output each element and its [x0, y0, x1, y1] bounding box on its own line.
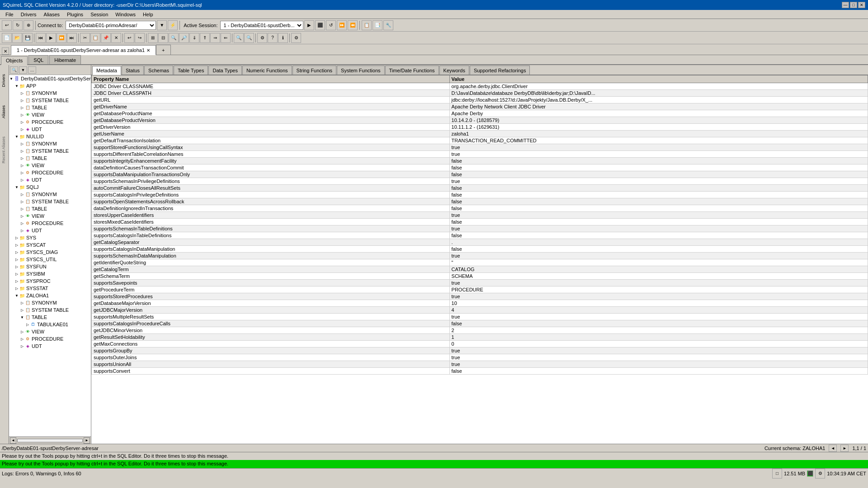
table-row[interactable]: getJDBCMinorVersion2	[92, 327, 868, 334]
table-row[interactable]: getMaxConnections0	[92, 341, 868, 347]
app-table[interactable]: ▷ 📋 TABLE	[9, 104, 91, 111]
table-row[interactable]: getUserNamezaloha1	[92, 131, 868, 137]
tb2-settings[interactable]: ⚙	[257, 33, 267, 43]
table-row[interactable]: storesMixedCaseIdentifiersfalse	[92, 219, 868, 225]
tb-misc-1[interactable]: 📋	[362, 20, 372, 30]
nullid-view[interactable]: ▷ 👁 VIEW	[9, 162, 91, 169]
tb-session-4[interactable]: ⏩	[337, 20, 347, 30]
table-row[interactable]: dataDefinitionIgnoredInTransactionsfalse	[92, 205, 868, 212]
meta-tab-data-types[interactable]: Data Types	[208, 66, 241, 75]
table-row[interactable]: getDatabaseMajorVersion10	[92, 300, 868, 307]
tb2-paste[interactable]: 📌	[101, 33, 111, 43]
meta-tab-time-functions[interactable]: Time/Date Functions	[385, 66, 439, 75]
table-row[interactable]: supportsOuterJoinstrue	[92, 354, 868, 361]
table-row[interactable]: getProcedureTermPROCEDURE	[92, 286, 868, 293]
tb-btn-4[interactable]: ⚡	[168, 20, 178, 30]
meta-tab-status[interactable]: Status	[122, 66, 144, 75]
table-row[interactable]: getDatabaseProductNameApache Derby	[92, 110, 868, 117]
app-system-table[interactable]: ▷ 📋 SYSTEM TABLE	[9, 97, 91, 104]
tb2-d[interactable]: 🔎	[179, 33, 189, 43]
sqlj-udt[interactable]: ▷ ◈ UDT	[9, 227, 91, 234]
schema-app[interactable]: ▼ 📁 APP	[9, 82, 91, 89]
tb-btn-3[interactable]: ⊕	[24, 20, 33, 30]
schema-sysibm[interactable]: ▷ 📁 SYSIBM	[9, 270, 91, 277]
meta-tab-metadata[interactable]: Metadata	[92, 66, 121, 75]
table-row[interactable]: supportsGroupBytrue	[92, 347, 868, 354]
zaloha1-table[interactable]: ▼ 📋 TABLE	[9, 314, 91, 321]
menu-drivers[interactable]: Drivers	[17, 11, 40, 18]
table-row[interactable]: dataDefinitionCausesTransactionCommitfal…	[92, 164, 868, 171]
sqlj-view[interactable]: ▷ 👁 VIEW	[9, 212, 91, 220]
tb2-4[interactable]: ⏮	[36, 33, 46, 43]
tb2-copy[interactable]: 📋	[90, 33, 100, 43]
table-row[interactable]: getResultSetHoldability1	[92, 334, 868, 341]
schema-sysproc[interactable]: ▷ 📁 SYSPROC	[9, 277, 91, 285]
table-row[interactable]: supportsSchemasInPrivilegeDefinitionstru…	[92, 178, 868, 185]
logs-icon1[interactable]: □	[772, 469, 782, 479]
table-row[interactable]: getSchemaTermSCHEMA	[92, 273, 868, 280]
tb2-6[interactable]: ⏩	[57, 33, 66, 43]
schema-syscs-util[interactable]: ▷ 📁 SYSCS_UTIL	[9, 256, 91, 263]
tree-search-btn[interactable]: 🔍	[10, 66, 18, 74]
tb2-3[interactable]: 💾	[23, 33, 33, 43]
tb2-del[interactable]: ✕	[111, 33, 121, 43]
tb2-c[interactable]: 🔍	[169, 33, 179, 43]
meta-tab-string-functions[interactable]: String Functions	[292, 66, 336, 75]
sub-tab-sql[interactable]: SQL	[28, 55, 48, 64]
table-row[interactable]: JDBC Driver CLASSPATHD:\Java\Databáze\da…	[92, 90, 868, 97]
main-tab-new[interactable]: +	[156, 45, 170, 55]
table-row[interactable]: supportStoredFunctionsUsingCallSyntaxtru…	[92, 144, 868, 151]
table-row[interactable]: supportsUnionAlltrue	[92, 361, 868, 368]
nullid-synonym[interactable]: ▷ 📋 SYNONYM	[9, 140, 91, 147]
zaloha1-tabulkae01[interactable]: ▷ 🗒 TABULKAE01	[9, 321, 91, 328]
schema-zaloha1[interactable]: ▼ 📁 ZALOHA1	[9, 292, 91, 299]
table-row[interactable]: getDefaultTransactionIsolationTRANSACTIO…	[92, 137, 868, 144]
table-row[interactable]: supportsIntegrityEnhancementFacilityfals…	[92, 158, 868, 164]
table-row[interactable]: supportsCatalogsInPrivilegeDefinitionsfa…	[92, 192, 868, 198]
table-row[interactable]: supportsDifferentTableCorrelationNamestr…	[92, 151, 868, 158]
tb-connect[interactable]: ▼	[157, 20, 167, 30]
zaloha1-procedure[interactable]: ▷ ⚙ PROCEDURE	[9, 335, 91, 343]
sidebar-tab-drivers[interactable]: Drivers	[0, 65, 9, 96]
nullid-table[interactable]: ▷ 📋 TABLE	[9, 155, 91, 162]
table-row[interactable]: supportsCatalogsInTableDefinitionsfalse	[92, 232, 868, 239]
app-udt[interactable]: ▷ ◈ UDT	[9, 126, 91, 133]
tb2-help[interactable]: ?	[268, 33, 278, 43]
main-tab-1[interactable]: 1 - DerbyDatabE01-spustDerbyServer-adres…	[11, 45, 156, 55]
meta-tab-refactorings[interactable]: Supported Refactorings	[470, 66, 530, 75]
tree-scroll-track[interactable]	[17, 439, 83, 442]
status-arrow-right[interactable]: ►	[840, 445, 849, 452]
meta-tab-schemas[interactable]: Schemas	[144, 66, 173, 75]
tree-root[interactable]: ▼ 🗄 DerbyDatabE01-spustDerbyServ	[9, 75, 91, 82]
connect-select[interactable]: DerbyDatabE01-primoAdresar/	[66, 21, 156, 30]
tab-left-btn[interactable]: ✕	[2, 47, 9, 55]
tb2-2[interactable]: 📂	[12, 33, 22, 43]
tb-misc-3[interactable]: 🔧	[383, 20, 393, 30]
tb-session-3[interactable]: ↺	[326, 20, 336, 30]
tree-filter-btn[interactable]: ▼	[19, 66, 27, 74]
tree-scroll-left[interactable]: ◄	[10, 437, 16, 444]
sub-tab-hibernate[interactable]: Hibernate	[49, 55, 81, 64]
table-row[interactable]: supportsMultipleResultSetstrue	[92, 314, 868, 320]
nullid-system-table[interactable]: ▷ 📋 SYSTEM TABLE	[9, 147, 91, 155]
table-row[interactable]: autoCommitFailureClosesAllResultSetsfals…	[92, 185, 868, 192]
tb2-5[interactable]: ▶	[46, 33, 56, 43]
table-row[interactable]: getCatalogSeparator.	[92, 239, 868, 246]
meta-tab-numeric-functions[interactable]: Numeric Functions	[242, 66, 292, 75]
main-tab-1-close[interactable]: ✕	[146, 48, 150, 53]
sqlj-synonym[interactable]: ▷ 📋 SYNONYM	[9, 191, 91, 198]
sqlj-procedure[interactable]: ▷ ⚙ PROCEDURE	[9, 220, 91, 227]
schema-syscat[interactable]: ▷ 📁 SYSCAT	[9, 241, 91, 249]
zaloha1-system-table[interactable]: ▷ 📋 SYSTEM TABLE	[9, 306, 91, 314]
table-row[interactable]: getDriverNameApache Derby Network Client…	[92, 103, 868, 110]
schema-sysfun[interactable]: ▷ 📁 SYSFUN	[9, 263, 91, 270]
tb2-cut[interactable]: ✂	[80, 33, 90, 43]
tb-session-1[interactable]: ▶	[304, 20, 314, 30]
tb-btn-1[interactable]: ↩	[2, 20, 12, 30]
table-row[interactable]: supportsStoredProcedurestrue	[92, 293, 868, 300]
meta-tab-table-types[interactable]: Table Types	[174, 66, 208, 75]
tb2-redo[interactable]: ↪	[135, 33, 145, 43]
menu-aliases[interactable]: Aliases	[40, 11, 63, 18]
close-button[interactable]: ✕	[858, 2, 865, 8]
table-row[interactable]: supportsSavepointstrue	[92, 280, 868, 286]
